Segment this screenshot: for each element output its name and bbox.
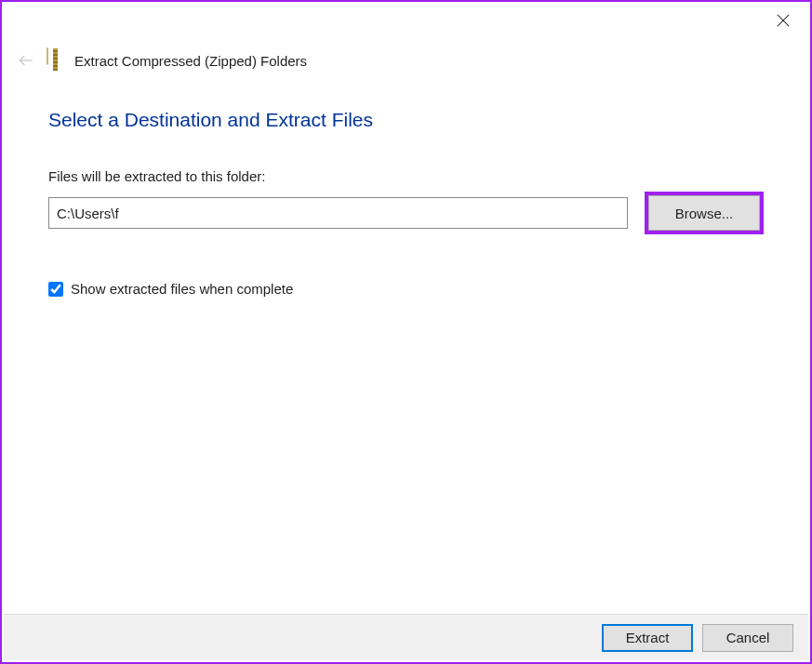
page-heading: Select a Destination and Extract Files [48, 109, 764, 131]
show-files-checkbox-row: Show extracted files when complete [48, 281, 764, 297]
dialog-footer: Extract Cancel [4, 614, 808, 660]
wizard-title: Extract Compressed (Zipped) Folders [74, 53, 307, 69]
cancel-button[interactable]: Cancel [702, 624, 793, 652]
back-arrow-icon [15, 49, 37, 72]
zip-folder-icon [47, 48, 65, 73]
browse-highlight: Browse... [645, 192, 764, 234]
show-files-checkbox[interactable] [48, 282, 63, 297]
browse-button[interactable]: Browse... [648, 195, 760, 231]
close-icon[interactable] [769, 9, 797, 33]
destination-row: Browse... [48, 192, 764, 234]
show-files-label[interactable]: Show extracted files when complete [71, 281, 293, 297]
destination-label: Files will be extracted to this folder: [48, 168, 764, 184]
wizard-header: Extract Compressed (Zipped) Folders [15, 48, 797, 73]
content-area: Select a Destination and Extract Files F… [48, 109, 764, 297]
extract-button[interactable]: Extract [602, 624, 693, 652]
destination-path-input[interactable] [48, 197, 628, 229]
extract-dialog: Extract Compressed (Zipped) Folders Sele… [0, 0, 812, 664]
